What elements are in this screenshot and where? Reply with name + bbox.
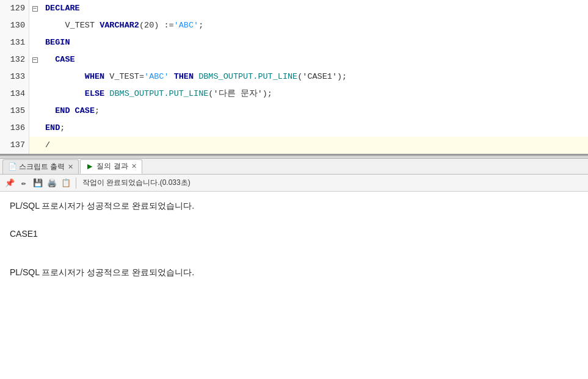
- code-line: 130 V_TEST VARCHAR2(20) :='ABC';: [0, 17, 588, 34]
- output-line: CASE1: [10, 227, 578, 240]
- code-line: 135 END CASE;: [0, 103, 588, 120]
- line-number: 135: [0, 103, 29, 120]
- code-line: 136END;: [0, 120, 588, 137]
- tab-bar: 📄스크립트 출력✕▶질의 결과✕: [0, 159, 588, 175]
- script-icon: 📄: [8, 162, 16, 171]
- line-number: 134: [0, 85, 29, 103]
- output-line: PL/SQL 프로시저가 성공적으로 완료되었습니다.: [10, 265, 578, 279]
- fold-indicator: [29, 85, 40, 103]
- line-number: 130: [0, 17, 29, 34]
- line-number: 131: [0, 34, 29, 51]
- fold-indicator: [29, 34, 40, 51]
- tab-1[interactable]: ▶질의 결과✕: [80, 159, 142, 174]
- fold-indicator: [29, 17, 40, 34]
- code-line: 131BEGIN: [0, 34, 588, 51]
- code-line: 132− CASE: [0, 51, 588, 68]
- print-button[interactable]: 🖨️: [46, 177, 58, 189]
- code-line: 134 ELSE DBMS_OUTPUT.PUT_LINE('다른 문자');: [0, 85, 588, 103]
- pin-button[interactable]: 📌: [4, 177, 16, 189]
- save-button[interactable]: 💾: [32, 177, 44, 189]
- fold-indicator: [29, 137, 40, 154]
- fold-indicator: [29, 103, 40, 120]
- line-number: 136: [0, 120, 29, 137]
- tab-0[interactable]: 📄스크립트 출력✕: [2, 159, 79, 174]
- output-blank: [10, 217, 578, 227]
- output-area: PL/SQL 프로시저가 성공적으로 완료되었습니다.CASE1PL/SQL 프…: [0, 192, 588, 379]
- line-number: 129: [0, 0, 29, 17]
- status-text: 작업이 완료되었습니다.(0.033초): [82, 178, 191, 188]
- code-line: 133 WHEN V_TEST='ABC' THEN DBMS_OUTPUT.P…: [0, 68, 588, 85]
- code-line: 129−DECLARE: [0, 0, 588, 17]
- toolbar-separator: [76, 178, 76, 189]
- code-content[interactable]: END;: [40, 120, 65, 137]
- code-content[interactable]: ELSE DBMS_OUTPUT.PUT_LINE('다른 문자');: [40, 85, 272, 103]
- tab-close-0[interactable]: ✕: [68, 163, 73, 171]
- code-content[interactable]: DECLARE: [40, 0, 80, 17]
- line-number: 137: [0, 137, 29, 154]
- code-content[interactable]: BEGIN: [40, 34, 70, 51]
- code-content[interactable]: V_TEST VARCHAR2(20) :='ABC';: [40, 17, 203, 34]
- code-content[interactable]: CASE: [40, 51, 75, 68]
- export-button[interactable]: 📋: [60, 177, 72, 189]
- code-line: 137/: [0, 137, 588, 154]
- code-content[interactable]: /: [40, 137, 50, 154]
- tab-label-1: 질의 결과: [96, 161, 128, 171]
- line-number: 132: [0, 51, 29, 68]
- fold-indicator: [29, 120, 40, 137]
- line-number: 133: [0, 68, 29, 85]
- code-content[interactable]: WHEN V_TEST='ABC' THEN DBMS_OUTPUT.PUT_L…: [40, 68, 347, 85]
- output-line: PL/SQL 프로시저가 성공적으로 완료되었습니다.: [10, 199, 578, 212]
- output-toolbar: 📌 ✏️ 💾 🖨️ 📋 작업이 완료되었습니다.(0.033초): [0, 175, 588, 192]
- output-blank: [10, 256, 578, 265]
- tab-label-0: 스크립트 출력: [19, 162, 65, 172]
- output-blank: [10, 246, 578, 256]
- tab-close-1[interactable]: ✕: [131, 162, 137, 170]
- play-icon: ▶: [85, 162, 94, 171]
- code-content[interactable]: END CASE;: [40, 103, 100, 120]
- fold-indicator[interactable]: −: [29, 0, 40, 17]
- code-editor: 129−DECLARE130 V_TEST VARCHAR2(20) :='AB…: [0, 0, 588, 155]
- fold-indicator[interactable]: −: [29, 51, 40, 68]
- edit-button[interactable]: ✏️: [18, 177, 30, 189]
- bottom-panel: 📄스크립트 출력✕▶질의 결과✕ 📌 ✏️ 💾 🖨️ 📋 작업이 완료되었습니다…: [0, 159, 588, 379]
- fold-indicator: [29, 68, 40, 85]
